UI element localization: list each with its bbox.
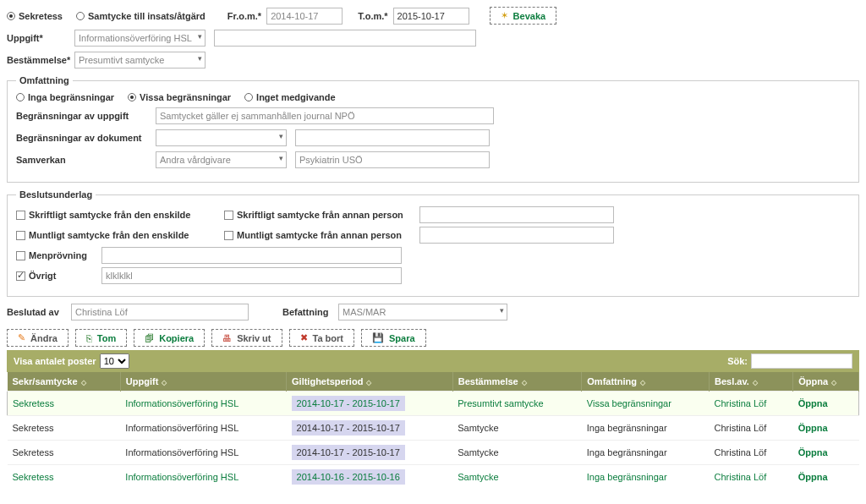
- search-input[interactable]: [751, 353, 852, 369]
- uppgift-extra-input[interactable]: [214, 30, 476, 47]
- col-uppgift[interactable]: Uppgift◇: [120, 372, 286, 392]
- pager-bar: Visa antalet poster 10 Sök:: [7, 350, 859, 372]
- sort-icon: ◇: [831, 379, 836, 386]
- befattning-label: Befattning: [282, 307, 333, 317]
- chk-menprovning-label: Menprövning: [29, 250, 96, 260]
- results-table: Sekr/samtycke◇ Uppgift◇ Giltighetsperiod…: [7, 372, 859, 489]
- begr-uppgift-label: Begränsningar av uppgift: [16, 111, 156, 121]
- radio-inget[interactable]: [244, 93, 253, 101]
- beslutad-av-input[interactable]: [71, 304, 249, 320]
- radio-inga[interactable]: [16, 93, 25, 101]
- chk-muntligt-annan-label: Muntligt samtycke från annan person: [237, 230, 414, 240]
- from-label: Fr.o.m.: [227, 11, 261, 21]
- scope-radios: Inga begränsningar Vissa begränsningar I…: [16, 92, 850, 102]
- ovrigt-input[interactable]: [101, 267, 402, 284]
- radio-vissa[interactable]: [128, 93, 136, 101]
- period-cell: 2014-10-17 - 2015-10-17: [292, 420, 405, 436]
- radio-samtycke[interactable]: [76, 12, 85, 20]
- radio-vissa-label: Vissa begränsningar: [140, 92, 231, 102]
- beslut-row3: Menprövning: [16, 247, 850, 264]
- action-toolbar: ✎ Ändra ⎘ Tom 🗐 Kopiera 🖶 Skriv ut ✖ Ta …: [7, 329, 859, 347]
- skriftligt-annan-input[interactable]: [419, 206, 614, 223]
- col-bestammelse[interactable]: Bestämmelse◇: [452, 372, 582, 392]
- col-sekr[interactable]: Sekr/samtycke◇: [8, 372, 121, 392]
- andra-label: Ändra: [30, 333, 58, 343]
- page-size-select[interactable]: 10: [100, 353, 129, 369]
- top-row: Sekretess Samtycke till insats/åtgärd Fr…: [7, 7, 859, 25]
- pager-label: Visa antalet poster: [14, 356, 96, 366]
- table-row[interactable]: SekretessInformationsöverföring HSL2014-…: [8, 416, 859, 441]
- samverkan-row: Samverkan: [16, 151, 850, 168]
- beslutad-row: Beslutad av Befattning: [7, 304, 859, 320]
- table-row[interactable]: SekretessInformationsöverföring HSL2014-…: [8, 392, 859, 416]
- col-giltighet[interactable]: Giltighetsperiod◇: [287, 372, 453, 392]
- from-input[interactable]: [266, 8, 343, 25]
- begr-dokument-select-wrap[interactable]: [156, 129, 287, 146]
- begr-dokument-select[interactable]: [156, 129, 287, 146]
- sort-icon: ◇: [162, 379, 167, 386]
- begr-uppgift-input[interactable]: [156, 107, 494, 124]
- col-beslav[interactable]: Besl.av.◇: [710, 372, 793, 392]
- beslutad-av-label: Beslutad av: [7, 307, 66, 317]
- radio-sekretess[interactable]: [7, 12, 15, 20]
- tom-label: T.o.m.: [358, 11, 387, 21]
- period-cell: 2014-10-17 - 2015-10-17: [292, 396, 405, 411]
- table-row[interactable]: SekretessInformationsöverföring HSL2014-…: [8, 465, 859, 490]
- star-icon: ✶: [501, 10, 508, 21]
- spara-label: Spara: [389, 333, 415, 343]
- muntligt-annan-input[interactable]: [419, 227, 614, 244]
- uppgift-label: Uppgift: [7, 33, 74, 43]
- menprovning-input[interactable]: [101, 247, 402, 264]
- chk-menprovning[interactable]: [16, 251, 25, 260]
- andra-button[interactable]: ✎ Ändra: [7, 329, 69, 347]
- begr-dokument-row: Begränsningar av dokument: [16, 129, 850, 146]
- chk-skriftligt-enskilde[interactable]: [16, 211, 25, 220]
- skrivut-button[interactable]: 🖶 Skriv ut: [211, 329, 282, 347]
- bestammelse-row: Bestämmelse: [7, 52, 859, 68]
- bevaka-label: Bevaka: [513, 11, 546, 21]
- omfattning-fieldset: Omfattning Inga begränsningar Vissa begr…: [7, 75, 859, 183]
- beslut-row2: Muntligt samtycke från den enskilde Munt…: [16, 227, 850, 244]
- radio-inget-label: Inget medgivande: [256, 92, 336, 102]
- chk-ovrigt[interactable]: [16, 271, 25, 281]
- omfattning-legend: Omfattning: [16, 75, 73, 85]
- tabort-button[interactable]: ✖ Ta bort: [289, 329, 354, 347]
- samverkan-select[interactable]: [156, 151, 287, 168]
- beslutsunderlag-fieldset: Beslutsunderlag Skriftligt samtycke från…: [7, 189, 859, 297]
- print-icon: 🖶: [222, 333, 232, 343]
- begr-dokument-input[interactable]: [295, 129, 490, 146]
- open-link[interactable]: Öppna: [798, 398, 828, 408]
- spara-button[interactable]: 💾 Spara: [361, 329, 426, 347]
- delete-icon: ✖: [300, 332, 308, 343]
- kopiera-button[interactable]: 🗐 Kopiera: [134, 329, 205, 347]
- samverkan-input[interactable]: [295, 151, 490, 168]
- begr-uppgift-row: Begränsningar av uppgift: [16, 107, 850, 124]
- uppgift-select[interactable]: [74, 30, 206, 47]
- bestammelse-select[interactable]: [74, 52, 206, 68]
- radio-sekretess-label: Sekretess: [19, 11, 63, 21]
- tom-button[interactable]: ⎘ Tom: [75, 329, 127, 347]
- chk-skriftligt-enskilde-label: Skriftligt samtycke från den enskilde: [29, 210, 219, 220]
- open-link[interactable]: Öppna: [798, 423, 828, 433]
- befattning-select-wrap[interactable]: [338, 304, 507, 320]
- bestammelse-select-wrap[interactable]: [74, 52, 206, 68]
- bestammelse-label: Bestämmelse: [7, 55, 74, 65]
- col-oppna[interactable]: Öppna◇: [793, 372, 859, 392]
- chk-muntligt-annan[interactable]: [224, 231, 233, 240]
- tom-label: Tom: [97, 333, 116, 343]
- copy-icon: 🗐: [145, 333, 154, 343]
- bevaka-button[interactable]: ✶ Bevaka: [490, 7, 557, 25]
- chk-muntligt-enskilde[interactable]: [16, 231, 25, 240]
- open-link[interactable]: Öppna: [798, 447, 828, 457]
- table-row[interactable]: SekretessInformationsöverföring HSL2014-…: [8, 441, 859, 465]
- beslut-row4: Övrigt: [16, 267, 850, 284]
- uppgift-select-wrap[interactable]: [74, 30, 206, 47]
- samverkan-select-wrap[interactable]: [156, 151, 287, 168]
- befattning-select[interactable]: [338, 304, 507, 320]
- open-link[interactable]: Öppna: [798, 472, 828, 482]
- col-omfattning[interactable]: Omfattning◇: [582, 372, 710, 392]
- tom-input[interactable]: [393, 8, 469, 25]
- chk-skriftligt-annan[interactable]: [224, 211, 233, 220]
- period-cell: 2014-10-17 - 2015-10-17: [292, 445, 405, 460]
- radio-samtycke-label: Samtycke till insats/åtgärd: [88, 11, 206, 21]
